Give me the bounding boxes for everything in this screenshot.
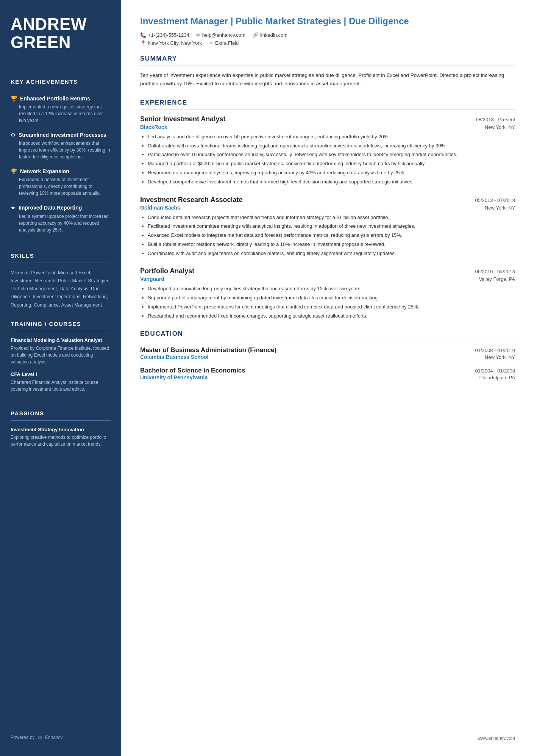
achievement-item: ★ Improved Data Reporting Led a system u… <box>11 204 111 233</box>
achievement-icon: 🏆 <box>11 168 17 174</box>
edu-location: New York, NY <box>485 354 515 360</box>
main-content: Investment Manager | Public Market Strat… <box>121 0 534 756</box>
bullet: Collaborated with cross-functional teams… <box>148 142 515 150</box>
experience-divider <box>140 110 515 110</box>
bullet: Implemented PowerPoint presentations for… <box>148 303 515 311</box>
training-divider <box>11 331 111 331</box>
passions-section-title: PASSIONS <box>11 410 111 416</box>
sidebar-footer: Powered by ∞ Enhancv <box>11 726 111 741</box>
edu-dates: 01/2004 - 01/2008 <box>475 368 515 374</box>
achievement-title: Network Expansion <box>20 168 69 175</box>
exp-location: New York, NY <box>485 124 515 130</box>
bullet: Revamped data management systems, improv… <box>148 169 515 177</box>
candidate-name: ANDREW GREEN <box>11 15 111 52</box>
exp-dates: 06/2010 - 04/2013 <box>475 269 515 274</box>
achievement-title: Improved Data Reporting <box>19 204 82 211</box>
bullet: Developed comprehensive investment memos… <box>148 178 515 186</box>
phone-icon: 📞 <box>140 32 146 38</box>
bullet: Supported portfolio management by mainta… <box>148 294 515 302</box>
bullet: Built a robust investor relations networ… <box>148 241 515 249</box>
bullet: Facilitated investment committee meeting… <box>148 222 515 230</box>
education-list: Master of Business Administration (Finan… <box>140 346 515 387</box>
bullet: Researched and recommended fixed income … <box>148 312 515 320</box>
passions-divider <box>11 420 111 421</box>
training-item: CFA Level I Chartered Financial Analyst … <box>11 371 111 393</box>
passion-title: Investment Strategy Innovation <box>11 427 111 433</box>
email-value: help@enhancv.com <box>202 32 245 38</box>
exp-location: New York, NY <box>485 205 515 211</box>
education-divider <box>140 341 515 341</box>
bullet: Coordinated with audit and legal teams o… <box>148 250 515 258</box>
brand-name: Enhancv <box>45 735 63 740</box>
exp-dates: 05/2013 - 07/2018 <box>475 197 515 203</box>
exp-company: Goldman Sachs <box>140 205 180 211</box>
achievement-desc: Introduced workflow enhancements that im… <box>11 140 111 160</box>
bullet: Developed an innovative long-only equiti… <box>148 285 515 293</box>
achievement-desc: Implemented a new equities strategy that… <box>11 103 111 124</box>
linkedin-contact: 🔗 linkedin.com <box>252 32 287 38</box>
achievement-icon: 🏆 <box>11 95 17 102</box>
bullet: Advanced Excel models to integrate marke… <box>148 232 515 239</box>
extra-value: Extra Field <box>215 40 239 46</box>
location-value: New York City, New York <box>148 40 202 46</box>
summary-text: Ten years of investment experience with … <box>140 71 515 88</box>
email-icon: ✉ <box>196 32 200 38</box>
location-icon: 📍 <box>140 40 146 46</box>
training-list: Financial Modeling & Valuation Analyst P… <box>11 337 111 399</box>
extra-contact: ☆ Extra Field <box>209 40 239 46</box>
powered-by-label: Powered by <box>11 735 34 740</box>
edu-dates: 01/2008 - 01/2010 <box>475 347 515 353</box>
edu-school: University of Pennsylvania <box>140 374 208 380</box>
training-desc: Chartered Financial Analyst Institute co… <box>11 379 111 393</box>
link-icon: 🔗 <box>252 32 258 38</box>
exp-bullets: Conducted detailed research projects tha… <box>140 214 515 258</box>
bullet: Managed a portfolio of $500 million in p… <box>148 160 515 168</box>
education-item: Master of Business Administration (Finan… <box>140 346 515 360</box>
passion-item: Investment Strategy Innovation Exploring… <box>11 427 111 448</box>
experience-item: Investment Research Associate 05/2013 - … <box>140 196 515 258</box>
achievement-icon: ★ <box>11 205 16 211</box>
edu-location: Philadelphia, PA <box>479 375 515 380</box>
contact-row: 📞 +1-(234)-555-1234 ✉ help@enhancv.com 🔗… <box>140 32 515 38</box>
skills-text: Microsoft PowerPoint, Microsoft Excel, I… <box>11 269 111 309</box>
edu-school: Columbia Business School <box>140 354 208 360</box>
exp-location: Valley Forge, PA <box>479 276 515 282</box>
experience-item: Portfolio Analyst 06/2010 - 04/2013 Vang… <box>140 267 515 320</box>
enhancv-icon: ∞ <box>37 734 42 741</box>
experience-item: Senior Investment Analyst 08/2018 - Pres… <box>140 115 515 186</box>
training-desc: Provided by Corporate Finance Institute,… <box>11 345 111 365</box>
training-title: CFA Level I <box>11 371 111 378</box>
achievement-item: 🏆 Enhanced Portfolio Returns Implemented… <box>11 95 111 124</box>
achievement-icon: ⚙ <box>11 132 16 138</box>
main-title: Investment Manager | Public Market Strat… <box>140 15 515 27</box>
passion-desc: Exploring creative methods to optimize p… <box>11 434 111 448</box>
exp-bullets: Developed an innovative long-only equiti… <box>140 285 515 320</box>
summary-divider <box>140 66 515 66</box>
education-section-title: EDUCATION <box>140 330 515 338</box>
skills-divider <box>11 263 111 263</box>
exp-job-title: Investment Research Associate <box>140 196 242 204</box>
location-contact: 📍 New York City, New York <box>140 40 202 46</box>
training-title: Financial Modeling & Valuation Analyst <box>11 337 111 344</box>
bullet: Led analysis and due diligence on over 5… <box>148 133 515 141</box>
achievement-title: Streamlined Investment Processes <box>19 131 106 138</box>
exp-bullets: Led analysis and due diligence on over 5… <box>140 133 515 186</box>
achievements-list: 🏆 Enhanced Portfolio Returns Implemented… <box>11 95 111 241</box>
footer-url: www.enhancv.com <box>478 736 515 741</box>
exp-company: BlackRock <box>140 124 167 130</box>
training-section-title: TRAINING / COURSES <box>11 321 111 327</box>
exp-job-title: Portfolio Analyst <box>140 267 194 275</box>
passions-list: Investment Strategy Innovation Exploring… <box>11 427 111 452</box>
training-item: Financial Modeling & Valuation Analyst P… <box>11 337 111 365</box>
edu-degree: Master of Business Administration (Finan… <box>140 346 276 354</box>
achievements-divider <box>11 89 111 89</box>
sidebar: ANDREW GREEN KEY ACHIEVEMENTS 🏆 Enhanced… <box>0 0 121 756</box>
summary-section-title: SUMMARY <box>140 55 515 63</box>
experience-section-title: EXPERIENCE <box>140 99 515 106</box>
phone-value: +1-(234)-555-1234 <box>148 32 189 38</box>
edu-degree: Bachelor of Science in Economics <box>140 367 245 374</box>
experience-list: Senior Investment Analyst 08/2018 - Pres… <box>140 115 515 330</box>
exp-dates: 08/2018 - Present <box>476 117 515 122</box>
bullet: Conducted detailed research projects tha… <box>148 214 515 222</box>
phone-contact: 📞 +1-(234)-555-1234 <box>140 32 189 38</box>
